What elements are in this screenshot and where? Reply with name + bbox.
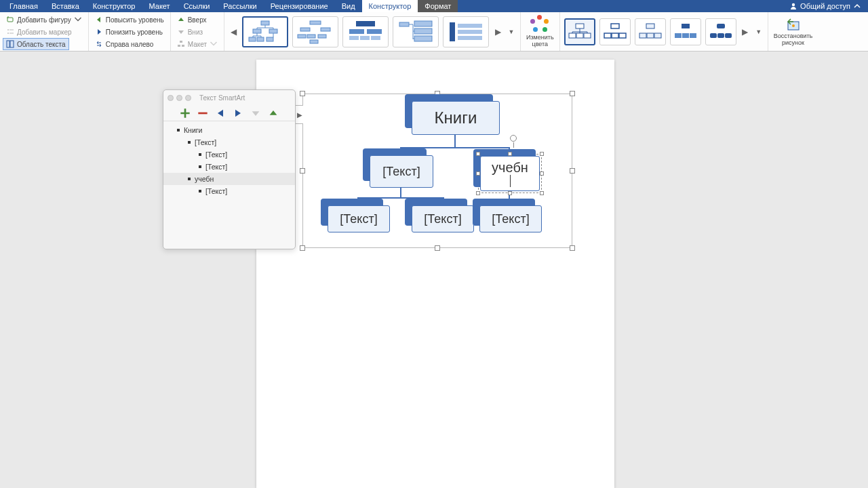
move-up-button[interactable]: [268, 108, 279, 119]
list-item[interactable]: [Текст]: [163, 136, 295, 148]
chevron-up-icon: [853, 2, 861, 10]
layout-thumb-3[interactable]: [342, 16, 389, 47]
svg-rect-47: [639, 33, 646, 38]
svg-rect-5: [9, 33, 14, 34]
add-item-button[interactable]: [180, 108, 191, 119]
smartart-node-editing[interactable]: учебн: [478, 154, 542, 193]
panel-title: Текст SmartArt: [199, 94, 245, 102]
resize-handle[interactable]: [570, 245, 575, 251]
svg-rect-8: [180, 41, 182, 43]
svg-rect-49: [654, 33, 661, 38]
share-label: Общий доступ: [800, 2, 850, 10]
layout-thumb-1[interactable]: [242, 16, 288, 47]
tab-конструктор[interactable]: Конструктор: [362, 0, 418, 12]
text-pane-toggle[interactable]: ▶: [295, 105, 303, 124]
tab-вид[interactable]: Вид: [335, 0, 362, 12]
move-down-button[interactable]: Вниз: [174, 26, 206, 38]
promote-button[interactable]: Повысить уровень: [92, 14, 167, 26]
list-item[interactable]: [Текст]: [163, 161, 295, 173]
layout-thumb-5[interactable]: [443, 16, 489, 47]
move-down-button[interactable]: [250, 108, 261, 119]
layout-thumb-4[interactable]: [393, 16, 439, 47]
resize-handle[interactable]: [508, 191, 512, 195]
layout-more-button[interactable]: ▼: [507, 16, 516, 47]
resize-handle[interactable]: [540, 171, 544, 176]
layout-thumb-2[interactable]: [292, 16, 338, 47]
svg-rect-42: [611, 24, 619, 28]
style-thumb-3[interactable]: [635, 18, 666, 45]
resize-handle[interactable]: [476, 152, 480, 156]
resize-handle[interactable]: [476, 171, 480, 176]
tab-конструктор[interactable]: Конструктор: [86, 0, 142, 12]
resize-handle[interactable]: [300, 91, 305, 96]
svg-rect-20: [298, 35, 306, 38]
resize-handle[interactable]: [476, 191, 480, 195]
smartart-frame[interactable]: ▶ Книги [Текст] учебн: [302, 94, 572, 248]
demote-button[interactable]: Понизить уровень: [92, 26, 166, 38]
style-next-button[interactable]: ▶: [741, 16, 750, 47]
style-thumb-1[interactable]: [564, 18, 595, 45]
resize-handle[interactable]: [300, 168, 305, 174]
tab-ссылки[interactable]: Ссылки: [177, 0, 217, 12]
text-pane-button[interactable]: Область текста: [3, 38, 69, 50]
svg-rect-37: [458, 36, 482, 40]
smartart-node[interactable]: [Текст]: [412, 205, 474, 232]
svg-rect-22: [318, 35, 326, 38]
smartart-node[interactable]: [Текст]: [370, 155, 433, 188]
style-more-button[interactable]: ▼: [754, 16, 764, 47]
add-bullet-button[interactable]: Добавить маркер: [3, 26, 75, 38]
list-item[interactable]: учебн: [163, 173, 295, 185]
add-shape-button[interactable]: Добавить фигуру: [3, 14, 85, 26]
reset-graphic-button[interactable]: Восстановить рисунок: [768, 12, 818, 51]
text-cursor: [510, 175, 511, 187]
tab-вставка[interactable]: Вставка: [45, 0, 86, 12]
resize-handle[interactable]: [435, 245, 440, 251]
change-colors-button[interactable]: Изменить цвета: [521, 12, 560, 51]
outdent-button[interactable]: [215, 108, 226, 119]
resize-handle[interactable]: [508, 152, 512, 156]
smartart-node[interactable]: [Текст]: [328, 205, 390, 232]
resize-handle[interactable]: [540, 191, 544, 195]
smartart-node-root[interactable]: Книги: [412, 101, 500, 135]
tab-формат[interactable]: Формат: [418, 0, 458, 12]
panel-titlebar[interactable]: Текст SmartArt: [163, 90, 295, 105]
resize-handle[interactable]: [300, 245, 305, 251]
svg-rect-12: [253, 29, 261, 33]
svg-rect-27: [349, 36, 359, 40]
style-thumb-4[interactable]: [670, 18, 701, 45]
list-item[interactable]: [Текст]: [163, 185, 295, 197]
resize-handle[interactable]: [570, 168, 575, 174]
tab-рецензирование[interactable]: Рецензирование: [264, 0, 335, 12]
rotate-handle[interactable]: [510, 135, 517, 142]
tab-макет[interactable]: Макет: [142, 0, 176, 12]
layout-prev-button[interactable]: ◀: [229, 16, 238, 47]
tab-главная[interactable]: Главная: [3, 0, 45, 12]
ribbon: Добавить фигуру Добавить маркер Область …: [0, 12, 868, 52]
style-thumb-2[interactable]: [599, 18, 631, 45]
smartart-text-panel[interactable]: Текст SmartArt Книги[Текст][Текст][Текст…: [163, 89, 296, 249]
svg-rect-19: [321, 28, 330, 31]
rtl-button[interactable]: Справа налево: [92, 38, 157, 50]
layout-next-button[interactable]: ▶: [493, 16, 502, 47]
close-icon[interactable]: [167, 95, 174, 101]
zoom-icon[interactable]: [185, 95, 191, 101]
svg-rect-24: [356, 21, 375, 26]
minimize-icon[interactable]: [176, 95, 182, 101]
remove-item-button[interactable]: [197, 108, 208, 119]
resize-handle[interactable]: [540, 152, 544, 156]
style-thumb-5[interactable]: [705, 18, 736, 45]
share-button[interactable]: Общий доступ: [785, 2, 865, 10]
tab-рассылки[interactable]: Рассылки: [216, 0, 263, 12]
list-item[interactable]: Книги: [163, 124, 295, 136]
svg-rect-51: [675, 33, 682, 38]
svg-rect-43: [604, 33, 611, 38]
svg-rect-31: [414, 21, 432, 26]
smartart-node[interactable]: [Текст]: [479, 205, 542, 232]
list-item[interactable]: [Текст]: [163, 148, 295, 161]
indent-button[interactable]: [233, 108, 243, 119]
bullet-icon: [6, 28, 14, 36]
move-up-button[interactable]: Вверх: [174, 14, 210, 26]
add-shape-icon: [6, 16, 14, 24]
resize-handle[interactable]: [570, 91, 575, 96]
layout-dropdown[interactable]: Макет: [174, 38, 221, 50]
